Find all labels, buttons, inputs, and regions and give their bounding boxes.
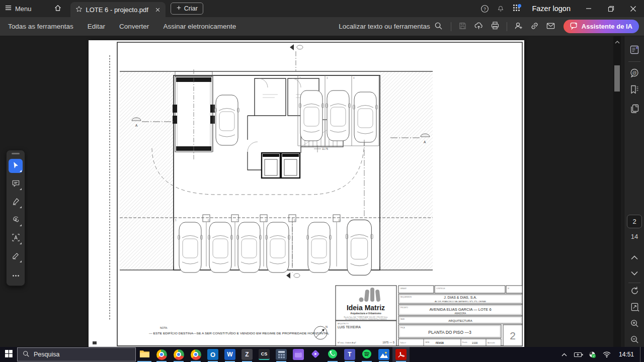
person-add-icon bbox=[514, 21, 523, 32]
photos-icon bbox=[378, 349, 389, 360]
home-button[interactable] bbox=[49, 0, 66, 17]
notifications-button[interactable] bbox=[493, 0, 509, 17]
zoom-in-button[interactable] bbox=[628, 318, 640, 330]
svg-text:1/100: 1/100 bbox=[472, 342, 478, 344]
svg-text:N: N bbox=[326, 325, 328, 328]
link-icon bbox=[530, 21, 539, 32]
ai-summary-button[interactable] bbox=[628, 44, 640, 56]
sign-tool-button[interactable] bbox=[9, 249, 23, 263]
email-button[interactable] bbox=[543, 19, 558, 34]
bookmarks-panel-button[interactable] bbox=[628, 84, 640, 96]
windows-taskbar: Pesquisa O W Z CS T bbox=[0, 347, 644, 362]
esign-menu[interactable]: Assinar eletronicamente bbox=[156, 17, 243, 36]
taskbar-search-box[interactable]: Pesquisa bbox=[17, 347, 136, 361]
select-tool-button[interactable] bbox=[9, 159, 23, 173]
divider bbox=[451, 22, 451, 31]
taskbar-app-outlook[interactable]: O bbox=[204, 347, 221, 362]
fit-page-button[interactable] bbox=[628, 302, 640, 314]
tab-close-icon[interactable] bbox=[155, 7, 160, 13]
next-page-button[interactable] bbox=[628, 267, 640, 279]
close-window-button[interactable] bbox=[622, 0, 644, 17]
outlook-icon: O bbox=[207, 349, 218, 360]
search-button[interactable]: Localizar texto ou ferramentas bbox=[335, 22, 447, 32]
show-desktop-button[interactable] bbox=[640, 347, 642, 362]
upload-cloud-button[interactable] bbox=[471, 19, 487, 34]
previous-page-button[interactable] bbox=[628, 251, 640, 263]
rotate-page-button[interactable] bbox=[628, 286, 640, 298]
edit-menu[interactable]: Editar bbox=[80, 17, 112, 36]
taskbar-app-acrobat[interactable] bbox=[392, 347, 410, 362]
print-button[interactable] bbox=[488, 19, 503, 34]
svg-text:AV. DR. FRANCISCO SÁ CARNEIRO,: AV. DR. FRANCISCO SÁ CARNEIRO, Nº5, 5ºD,… bbox=[435, 300, 486, 303]
save-button[interactable] bbox=[455, 19, 470, 34]
taskbar-app-file-explorer[interactable] bbox=[136, 347, 153, 362]
create-button[interactable]: Criar bbox=[171, 3, 203, 15]
quick-tools-panel bbox=[6, 150, 25, 286]
ai-assistant-button[interactable]: Assistente de IA bbox=[564, 20, 639, 33]
home-icon bbox=[54, 4, 62, 14]
chrome-icon bbox=[156, 349, 167, 360]
taskbar-app-whatsapp[interactable] bbox=[324, 347, 341, 362]
vertical-scrollbar[interactable] bbox=[613, 36, 621, 347]
request-signatures-button[interactable] bbox=[511, 19, 526, 34]
battery-icon[interactable] bbox=[573, 347, 585, 362]
taskbar-app-cs[interactable]: CS bbox=[256, 347, 273, 362]
dropdown-corner bbox=[20, 170, 22, 172]
drag-handle[interactable] bbox=[12, 153, 20, 154]
divider bbox=[628, 283, 640, 283]
taskbar-app-word[interactable]: W bbox=[221, 347, 238, 362]
more-tools-button[interactable] bbox=[9, 267, 23, 282]
convert-menu[interactable]: Converter bbox=[112, 17, 156, 36]
scrollbar-thumb[interactable] bbox=[614, 65, 620, 92]
share-link-button[interactable] bbox=[527, 19, 542, 34]
apps-grid-button[interactable] bbox=[509, 0, 525, 17]
document-viewport[interactable]: 11.75 bbox=[0, 36, 624, 347]
create-label: Criar bbox=[184, 5, 198, 12]
taskbar-app-spotify[interactable] bbox=[358, 347, 375, 362]
svg-text:ARQUITECTURA: ARQUITECTURA bbox=[448, 319, 472, 322]
svg-text:DATA: DATA bbox=[425, 341, 430, 343]
acrobat-window: Menu LOTE 6 - projecto.pdf Criar ? Fa bbox=[0, 0, 644, 362]
wifi-icon[interactable] bbox=[601, 347, 613, 362]
taskbar-clock[interactable]: 14:51 bbox=[615, 351, 638, 358]
fit-page-icon bbox=[630, 302, 639, 313]
document-tab[interactable]: LOTE 6 - projecto.pdf bbox=[70, 2, 166, 17]
start-button[interactable] bbox=[0, 347, 17, 362]
taskbar-app-teams[interactable]: T bbox=[341, 347, 358, 362]
comments-panel-button[interactable]: @ bbox=[628, 67, 640, 79]
save-icon bbox=[458, 22, 467, 32]
taskbar-app-chrome-3[interactable] bbox=[187, 347, 204, 362]
taskbar-app-z[interactable]: Z bbox=[238, 347, 256, 362]
comment-tool-button[interactable] bbox=[9, 177, 23, 191]
taskbar-app-chrome-1[interactable] bbox=[153, 347, 170, 362]
svg-text:AVENIDA ELIAS GARCIA — LOTE 6: AVENIDA ELIAS GARCIA — LOTE 6 bbox=[429, 307, 491, 312]
taskbar-app-chrome-2[interactable] bbox=[170, 347, 187, 362]
sign-in-button[interactable]: Fazer logon bbox=[525, 5, 578, 13]
svg-text:Arquitectura e Urbanismo: Arquitectura e Urbanismo bbox=[350, 312, 381, 315]
taskbar-app-calculator[interactable] bbox=[273, 347, 290, 362]
all-tools-menu[interactable]: Todas as ferramentas bbox=[0, 17, 80, 36]
tray-chevron-button[interactable] bbox=[558, 347, 571, 362]
scroll-up-arrow[interactable] bbox=[613, 38, 621, 45]
zoom-out-button[interactable] bbox=[628, 334, 640, 346]
dropdown-corner bbox=[20, 188, 22, 190]
help-button[interactable]: ? bbox=[476, 0, 493, 17]
taskbar-app-photos[interactable] bbox=[375, 347, 392, 362]
taskbar-app-wallet[interactable] bbox=[290, 347, 307, 362]
svg-text:Telf. 214000119 Tlm. 91700017: Telf. 214000119 Tlm. 917000170 • 9140007… bbox=[345, 318, 387, 320]
draw-tool-button[interactable] bbox=[9, 213, 23, 227]
menu-button[interactable]: Menu bbox=[0, 0, 36, 17]
chevron-up-icon bbox=[631, 254, 638, 261]
security-icon[interactable] bbox=[587, 347, 599, 362]
pages-panel-button[interactable] bbox=[628, 103, 640, 115]
minimize-button[interactable] bbox=[578, 0, 600, 17]
toolbar: Todas as ferramentas Editar Converter As… bbox=[0, 17, 644, 36]
taskbar-app-movies[interactable] bbox=[307, 347, 324, 362]
restore-button[interactable] bbox=[600, 0, 622, 17]
highlight-tool-button[interactable] bbox=[9, 195, 23, 209]
bell-icon bbox=[497, 4, 505, 14]
right-panel: @ 2 14 bbox=[624, 36, 644, 347]
add-text-tool-button[interactable] bbox=[9, 231, 23, 245]
svg-text:Escala: Escala bbox=[462, 341, 467, 343]
current-page-badge[interactable]: 2 bbox=[627, 215, 642, 228]
